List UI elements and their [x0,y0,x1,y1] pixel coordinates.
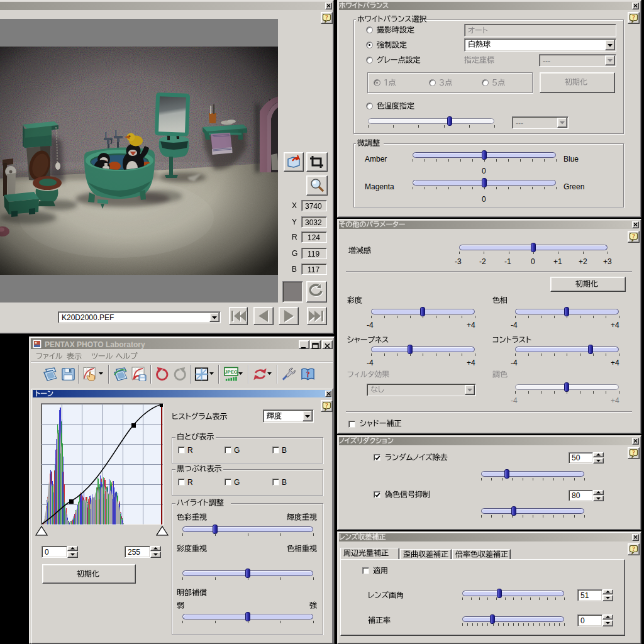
svg-text:JPEG: JPEG [225,369,238,375]
svg-text:?: ? [325,402,328,409]
svg-text:?: ? [632,233,635,240]
svg-text:?: ? [325,14,328,21]
svg-text:?: ? [632,545,635,552]
svg-text:?: ? [632,449,635,456]
svg-text:?: ? [306,370,309,379]
svg-text:?: ? [632,14,635,21]
